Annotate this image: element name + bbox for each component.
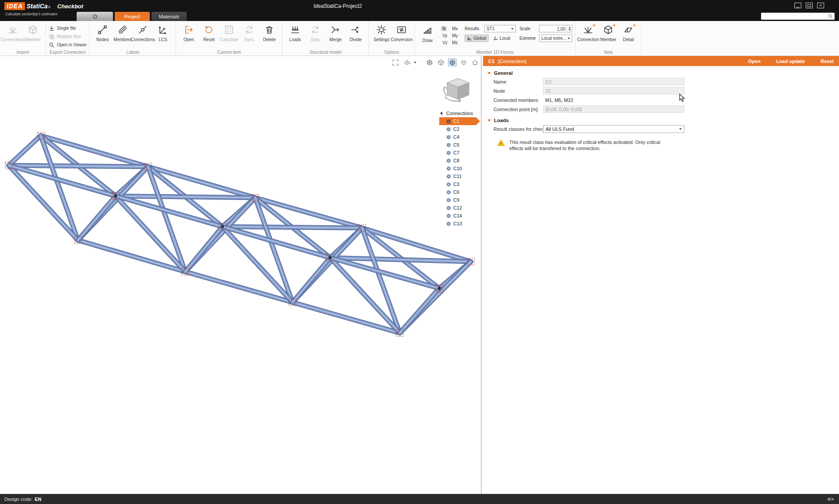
global-button[interactable]: Global bbox=[465, 35, 489, 42]
labels-members-button[interactable]: Members bbox=[113, 22, 133, 42]
svg-text:!: ! bbox=[501, 141, 502, 146]
import-member-button[interactable]: Member bbox=[23, 22, 43, 42]
component-mz[interactable]: Mz bbox=[451, 40, 461, 45]
button-label: Member bbox=[600, 37, 617, 42]
collapse-icon bbox=[440, 112, 442, 115]
model-viewport[interactable]: Connections C1C2C4C5C7C8C10C11C3C6C9C12C… bbox=[0, 56, 482, 494]
connection-type: [Connection] bbox=[498, 59, 527, 64]
tree-item-c7[interactable]: C7 bbox=[439, 149, 480, 157]
shaded-view-icon[interactable] bbox=[448, 58, 457, 66]
tab-home[interactable] bbox=[77, 12, 113, 21]
component-my[interactable]: My bbox=[451, 33, 461, 38]
tree-item-c3[interactable]: C3 bbox=[439, 180, 480, 188]
extreme-dropdown[interactable]: Local extre... bbox=[539, 35, 572, 42]
connected-members-row: Connected members M1, M5, M22 bbox=[494, 96, 839, 104]
tree-item-c10[interactable]: C10 bbox=[439, 164, 480, 172]
group-label: Options bbox=[369, 50, 414, 55]
wireframe-view-icon[interactable] bbox=[425, 58, 434, 66]
tree-item-c5[interactable]: C5 bbox=[439, 141, 480, 149]
spin-up-icon[interactable] bbox=[568, 27, 571, 28]
merge-button[interactable]: Merge bbox=[325, 22, 345, 42]
tab-project[interactable]: Project bbox=[115, 12, 150, 21]
extreme-value: Local extre... bbox=[541, 36, 566, 41]
new-member-button[interactable]: + Member bbox=[598, 22, 618, 42]
connection-point-field[interactable]: [0,00; 0,00; 0,00] bbox=[543, 105, 684, 113]
search-input[interactable] bbox=[763, 14, 828, 19]
name-field[interactable]: C1 bbox=[543, 78, 684, 85]
fit-view-icon[interactable] bbox=[391, 58, 400, 66]
navigation-cube[interactable] bbox=[442, 76, 474, 105]
member-icon bbox=[28, 24, 38, 36]
settings-button[interactable]: Settings bbox=[371, 22, 391, 42]
home-view-icon[interactable] bbox=[471, 58, 479, 66]
component-vy[interactable]: Vy bbox=[441, 33, 451, 38]
button-label: Merge bbox=[329, 37, 342, 42]
calculate-button[interactable]: Calculate bbox=[219, 22, 239, 42]
sync-item-button[interactable]: Sync bbox=[239, 22, 259, 42]
tree-item-c1[interactable]: C1 bbox=[439, 117, 480, 125]
component-mx[interactable]: Mx bbox=[451, 26, 461, 31]
close-button[interactable]: × bbox=[817, 3, 824, 8]
tree-item-c12[interactable]: C12 bbox=[439, 204, 480, 212]
tree-item-c14[interactable]: C14 bbox=[439, 212, 480, 220]
component-vz[interactable]: Vz bbox=[441, 40, 451, 45]
node-field[interactable]: 21 bbox=[543, 87, 684, 94]
new-detail-button[interactable]: + Detail bbox=[618, 22, 638, 42]
field-label: Result classes for checks bbox=[494, 126, 543, 132]
merge-icon bbox=[330, 24, 341, 36]
orbit-icon[interactable] bbox=[402, 58, 411, 66]
component-n[interactable]: N bbox=[441, 26, 447, 31]
hidden-line-view-icon[interactable] bbox=[437, 58, 445, 66]
result-classes-dropdown[interactable]: All ULS Fund bbox=[543, 125, 684, 133]
single-file-icon bbox=[49, 25, 55, 32]
tab-materials[interactable]: Materials bbox=[152, 12, 187, 21]
sync-model-button[interactable]: Sync bbox=[305, 22, 325, 42]
labels-connections-button[interactable]: Connections bbox=[133, 22, 153, 42]
new-connection-button[interactable]: + Connection bbox=[578, 22, 598, 42]
import-connections-button[interactable]: Connections bbox=[3, 22, 23, 42]
maximize-button[interactable] bbox=[806, 3, 813, 8]
spinner-arrows[interactable] bbox=[567, 25, 572, 32]
tree-item-c6[interactable]: C6 bbox=[439, 188, 480, 196]
tree-item-c2[interactable]: C2 bbox=[439, 125, 480, 133]
warning-message: ! This result class has evaluation of cr… bbox=[497, 139, 839, 152]
divide-button[interactable]: Divide bbox=[345, 22, 366, 42]
local-button[interactable]: Local bbox=[491, 35, 513, 42]
conversion-button[interactable]: Conversion bbox=[391, 22, 412, 42]
results-dropdown[interactable]: ST1 bbox=[484, 25, 516, 32]
general-section-header[interactable]: General bbox=[487, 70, 839, 76]
spin-down-icon[interactable] bbox=[568, 29, 571, 31]
open-item-button[interactable]: Open bbox=[179, 22, 199, 42]
chevron-down-icon[interactable] bbox=[414, 62, 416, 63]
reset-item-button[interactable]: Reset bbox=[199, 22, 219, 42]
panel-header: C1 [Connection] Open Load update Reset bbox=[483, 56, 839, 66]
section-view-icon[interactable] bbox=[459, 58, 468, 66]
tree-item-c13[interactable]: C13 bbox=[439, 220, 480, 228]
draw-forces-button[interactable]: Draw bbox=[417, 23, 437, 46]
tree-item-c8[interactable]: C8 bbox=[439, 157, 480, 164]
reset-button[interactable]: Reset bbox=[821, 59, 834, 64]
single-file-button[interactable]: Single file bbox=[49, 24, 87, 32]
multiple-files-button[interactable]: Multiple files bbox=[49, 33, 87, 40]
tree-item-c4[interactable]: C4 bbox=[439, 133, 480, 141]
ribbon-group-current-item: Open Reset Calculate Sync Delete Current… bbox=[176, 21, 282, 56]
connections-tree-header[interactable]: Connections bbox=[439, 109, 480, 117]
status-connection-icon bbox=[827, 497, 835, 502]
result-classes-row: Result classes for checks All ULS Fund bbox=[494, 125, 839, 133]
open-in-viewer-button[interactable]: Open in Viewer bbox=[49, 41, 87, 49]
loads-section-header[interactable]: Loads bbox=[487, 118, 839, 123]
loads-button[interactable]: Loads bbox=[285, 22, 305, 42]
button-label: Sync bbox=[244, 37, 254, 42]
scale-input[interactable]: 1,00 bbox=[539, 25, 572, 32]
delete-button[interactable]: Delete bbox=[259, 22, 279, 42]
tree-item-c11[interactable]: C11 bbox=[439, 172, 480, 180]
load-update-button[interactable]: Load update bbox=[776, 59, 805, 64]
button-label: Connections bbox=[0, 37, 25, 42]
results-value: ST1 bbox=[486, 26, 494, 31]
tree-item-c9[interactable]: C9 bbox=[439, 196, 480, 204]
truss-svg[interactable] bbox=[0, 56, 482, 494]
minimize-button[interactable] bbox=[794, 3, 801, 8]
labels-nodes-button[interactable]: Nodes bbox=[92, 22, 113, 42]
labels-lcs-button[interactable]: LCS bbox=[153, 22, 173, 42]
open-button[interactable]: Open bbox=[748, 59, 761, 64]
